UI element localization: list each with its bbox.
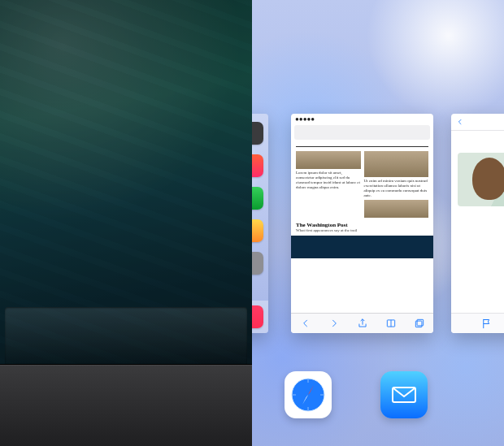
mail-attachment <box>458 153 504 206</box>
share-icon[interactable] <box>357 318 368 329</box>
masthead <box>296 145 428 147</box>
svg-rect-1 <box>415 321 422 327</box>
ios6-multitask-tray <box>0 364 252 446</box>
flag-icon[interactable] <box>480 318 493 330</box>
mail-date <box>451 141 504 146</box>
ios6-multitask-screen <box>0 0 252 446</box>
ios6-dock-shelf <box>5 307 247 366</box>
bookmarks-icon[interactable] <box>385 318 397 329</box>
tabs-icon[interactable] <box>414 318 425 329</box>
safari-icon <box>285 371 332 418</box>
back-icon[interactable] <box>300 318 311 329</box>
settings-icon <box>252 252 263 275</box>
videos-icon <box>252 154 263 177</box>
chevron-left-icon <box>456 118 464 126</box>
svg-rect-2 <box>417 319 424 326</box>
safari-toolbar <box>291 313 433 333</box>
url-bar[interactable] <box>294 125 430 140</box>
card-rail[interactable]: ●●●●● Lorem ipsum dolor sit amet, consec… <box>252 114 504 341</box>
card-home[interactable] <box>252 114 268 333</box>
dock-music-icon <box>252 305 263 328</box>
forward-icon[interactable] <box>328 318 340 329</box>
gamecenter-icon <box>252 187 263 210</box>
passbook-icon <box>252 219 263 242</box>
mail-toolbar <box>451 313 504 333</box>
camera-icon <box>252 122 263 145</box>
mail-icon <box>380 371 428 418</box>
page-content: Lorem ipsum dolor sit amet, consectetur … <box>291 141 433 262</box>
article-photo <box>364 151 429 177</box>
mail-navbar[interactable] <box>451 114 504 131</box>
article-photo <box>296 151 361 169</box>
footer-photo <box>291 236 433 258</box>
switcher-app-mail[interactable] <box>380 371 428 423</box>
ios7-multitask-screen: ●●●●● Lorem ipsum dolor sit amet, consec… <box>252 0 504 446</box>
ios7-switcher-icons <box>252 371 504 423</box>
card-safari[interactable]: ●●●●● Lorem ipsum dolor sit amet, consec… <box>291 114 433 333</box>
status-bar: ●●●●● <box>291 114 433 123</box>
article-photo <box>364 200 429 218</box>
switcher-app-safari[interactable] <box>285 371 332 423</box>
card-mail[interactable] <box>451 114 504 333</box>
